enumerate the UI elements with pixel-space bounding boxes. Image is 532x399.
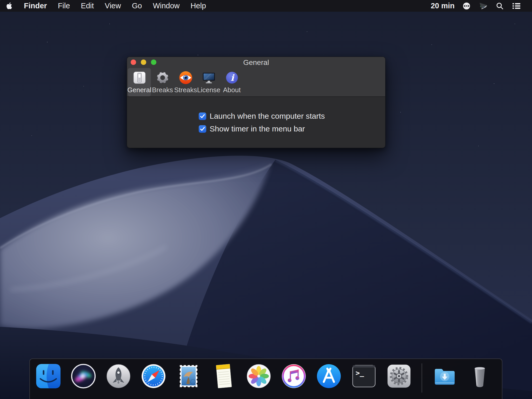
menu-edit[interactable]: Edit xyxy=(75,2,99,10)
svg-text:>_: >_ xyxy=(356,369,364,377)
menu-help[interactable]: Help xyxy=(185,2,212,10)
menu-go[interactable]: Go xyxy=(127,2,148,10)
info-icon: i xyxy=(225,70,239,86)
minimize-button[interactable] xyxy=(141,59,146,65)
preferences-toolbar: General Breaks xyxy=(128,68,243,96)
gear-icon xyxy=(156,70,169,86)
tab-general[interactable]: General xyxy=(128,68,151,96)
paper-plane-icon[interactable] xyxy=(478,2,488,10)
tab-about[interactable]: i About xyxy=(220,68,243,96)
tab-breaks[interactable]: Breaks xyxy=(151,68,174,96)
tab-label: General xyxy=(127,86,151,94)
dock-system-preferences[interactable] xyxy=(386,363,412,389)
dock-safari[interactable] xyxy=(140,363,167,389)
preferences-content: Launch when the computer starts Show tim… xyxy=(127,97,385,148)
dock-separator xyxy=(422,363,422,393)
preferences-window: General General xyxy=(127,57,385,148)
dock-app-store[interactable] xyxy=(316,363,342,389)
tab-streaks[interactable]: Streaks xyxy=(174,68,197,96)
tab-label: Breaks xyxy=(152,86,173,94)
menu-bar: Finder File Edit View Go Window Help 20 … xyxy=(0,0,532,12)
spotlight-search-icon[interactable] xyxy=(496,2,504,10)
dock: >_ xyxy=(29,358,502,399)
tab-label: Streaks xyxy=(174,86,197,94)
dock-siri[interactable] xyxy=(70,363,97,389)
eye-timer-icon[interactable] xyxy=(462,2,471,10)
dock-photos[interactable] xyxy=(245,363,272,389)
display-icon xyxy=(202,70,216,86)
dock-downloads[interactable] xyxy=(431,363,458,389)
launch-at-startup-label: Launch when the computer starts xyxy=(210,112,325,121)
light-switch-icon xyxy=(133,70,146,86)
window-chrome: General General xyxy=(127,57,385,97)
tab-label: License xyxy=(197,86,221,94)
menu-file[interactable]: File xyxy=(52,2,76,10)
dock-mail[interactable] xyxy=(175,363,202,389)
show-timer-label: Show timer in the menu bar xyxy=(210,124,305,133)
menu-app-name[interactable]: Finder xyxy=(18,2,52,10)
show-timer-row: Show timer in the menu bar xyxy=(199,124,305,133)
notification-list-icon[interactable] xyxy=(512,2,521,10)
launch-at-startup-checkbox[interactable] xyxy=(199,112,206,120)
apple-menu[interactable] xyxy=(0,2,18,10)
title-bar[interactable]: General xyxy=(127,57,385,68)
close-button[interactable] xyxy=(131,59,136,65)
tab-license[interactable]: License xyxy=(197,68,220,96)
dock-trash[interactable] xyxy=(467,363,493,389)
tab-label: About xyxy=(223,86,241,94)
dock-finder[interactable] xyxy=(35,363,62,389)
eye-streaks-icon xyxy=(179,70,193,86)
dock-launchpad[interactable] xyxy=(105,363,132,389)
show-timer-checkbox[interactable] xyxy=(199,125,206,133)
window-title: General xyxy=(243,58,269,67)
dock-notes[interactable] xyxy=(210,363,237,389)
dock-itunes[interactable] xyxy=(281,363,307,389)
dock-terminal[interactable]: >_ xyxy=(351,363,377,389)
menu-view[interactable]: View xyxy=(99,2,126,10)
break-timer-text[interactable]: 20 min xyxy=(431,2,455,10)
apple-icon xyxy=(6,2,13,10)
desktop: Finder File Edit View Go Window Help 20 … xyxy=(0,0,532,399)
menu-window[interactable]: Window xyxy=(147,2,185,10)
launch-at-startup-row: Launch when the computer starts xyxy=(199,112,325,121)
zoom-button[interactable] xyxy=(151,59,156,65)
